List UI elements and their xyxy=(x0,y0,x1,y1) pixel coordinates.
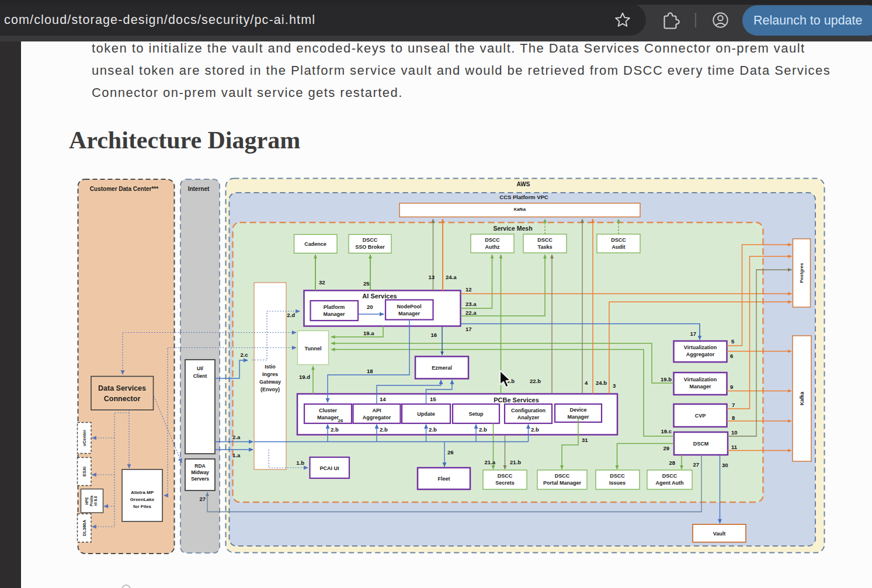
svg-text:28: 28 xyxy=(669,460,675,466)
svg-text:AWS: AWS xyxy=(517,181,530,187)
svg-text:27: 27 xyxy=(199,496,206,502)
svg-text:Portal Manager: Portal Manager xyxy=(543,480,582,486)
svg-text:15: 15 xyxy=(430,396,436,402)
svg-text:26: 26 xyxy=(338,418,343,423)
svg-text:9: 9 xyxy=(730,384,733,390)
svg-text:2.b: 2.b xyxy=(429,426,437,433)
svg-text:DSCC: DSCC xyxy=(662,473,678,479)
svg-text:(Envoy): (Envoy) xyxy=(260,387,280,392)
svg-text:DSCC: DSCC xyxy=(363,237,378,243)
svg-text:2.b: 2.b xyxy=(531,426,539,433)
svg-text:Gateway: Gateway xyxy=(259,379,281,385)
svg-text:17: 17 xyxy=(465,326,472,332)
svg-text:Analyzer: Analyzer xyxy=(517,415,540,420)
svg-text:2.c: 2.c xyxy=(240,352,248,358)
svg-text:DSCC: DSCC xyxy=(537,237,553,243)
svg-text:22.a: 22.a xyxy=(465,309,477,316)
svg-text:DSCC: DSCC xyxy=(498,473,513,479)
svg-text:Update: Update xyxy=(417,411,435,417)
svg-text:2.a: 2.a xyxy=(232,434,241,440)
svg-text:11: 11 xyxy=(731,444,738,450)
svg-text:Manager: Manager xyxy=(317,415,339,420)
svg-text:Secrets: Secrets xyxy=(495,480,515,486)
svg-text:Agent Auth: Agent Auth xyxy=(655,480,683,486)
svg-text:30: 30 xyxy=(722,462,728,468)
svg-text:Ingres: Ingres xyxy=(262,371,278,377)
svg-text:Aggregator: Aggregator xyxy=(363,415,391,420)
svg-text:Aggregator: Aggregator xyxy=(686,352,715,357)
svg-text:10: 10 xyxy=(731,429,738,436)
svg-text:Authz: Authz xyxy=(485,244,500,250)
svg-text:26: 26 xyxy=(447,449,454,455)
svg-text:22.b: 22.b xyxy=(530,378,541,384)
svg-text:Vault: Vault xyxy=(713,531,726,537)
svg-text:4: 4 xyxy=(585,380,588,386)
svg-text:PCBe Services: PCBe Services xyxy=(494,396,539,403)
svg-text:Servers: Servers xyxy=(191,476,209,482)
svg-text:Cluster: Cluster xyxy=(319,408,338,413)
svg-text:32: 32 xyxy=(319,279,325,286)
svg-text:Audit: Audit xyxy=(612,244,626,250)
svg-text:vCenter: vCenter xyxy=(82,430,87,446)
svg-text:19.d: 19.d xyxy=(299,374,310,380)
svg-text:Customer Data Center***: Customer Data Center*** xyxy=(90,186,158,192)
svg-text:Tasks: Tasks xyxy=(538,244,553,250)
svg-text:16: 16 xyxy=(430,332,437,338)
svg-text:DSCM: DSCM xyxy=(693,441,709,447)
svg-text:31: 31 xyxy=(582,437,588,443)
svg-text:6: 6 xyxy=(730,353,733,359)
svg-text:1.b: 1.b xyxy=(296,460,304,466)
svg-text:CVP: CVP xyxy=(695,413,706,419)
svg-text:ESXi: ESXi xyxy=(82,467,87,476)
svg-text:2.b: 2.b xyxy=(479,426,487,433)
svg-text:Kafka: Kafka xyxy=(514,207,526,212)
svg-text:DSCC: DSCC xyxy=(555,473,570,479)
svg-text:Tunnel: Tunnel xyxy=(305,346,322,352)
svg-text:2.d: 2.d xyxy=(287,312,295,318)
svg-text:2.b: 2.b xyxy=(380,426,388,433)
svg-text:Prolia: Prolia xyxy=(89,496,93,506)
svg-text:21.a: 21.a xyxy=(485,459,496,465)
svg-text:PCAI UI: PCAI UI xyxy=(319,465,339,471)
svg-text:SSO Broker: SSO Broker xyxy=(355,244,385,250)
svg-text:1.a: 1.a xyxy=(232,452,241,458)
svg-text:Service Mesh: Service Mesh xyxy=(493,225,532,232)
svg-text:12: 12 xyxy=(465,286,472,293)
svg-text:DSCC: DSCC xyxy=(485,237,500,243)
svg-text:21.b: 21.b xyxy=(510,459,521,465)
svg-text:Configuration: Configuration xyxy=(511,408,546,413)
svg-text:3: 3 xyxy=(613,382,616,389)
svg-text:19.b: 19.b xyxy=(661,376,672,382)
svg-text:27: 27 xyxy=(693,461,699,468)
svg-text:Virtualization: Virtualization xyxy=(684,377,717,382)
svg-text:Data Services: Data Services xyxy=(98,384,146,392)
svg-text:Kafka: Kafka xyxy=(799,392,805,405)
svg-text:5: 5 xyxy=(731,338,735,345)
svg-text:Manager: Manager xyxy=(398,311,421,316)
svg-text:Fleet: Fleet xyxy=(437,476,450,482)
svg-text:19.a: 19.a xyxy=(363,330,374,336)
svg-text:Virtualization: Virtualization xyxy=(684,345,717,350)
svg-text:RDA: RDA xyxy=(194,463,205,469)
svg-text:CCS Platform VPC: CCS Platform VPC xyxy=(499,194,548,200)
svg-text:7: 7 xyxy=(732,402,735,408)
svg-text:Platform: Platform xyxy=(324,304,345,310)
svg-text:Internet: Internet xyxy=(188,186,210,192)
svg-text:DSCC: DSCC xyxy=(611,237,626,243)
svg-text:29: 29 xyxy=(663,445,669,451)
svg-text:Manager: Manager xyxy=(567,414,589,420)
svg-text:23.a: 23.a xyxy=(465,301,477,307)
svg-text:Alletra MP: Alletra MP xyxy=(131,490,154,495)
svg-text:24.a: 24.a xyxy=(446,274,457,280)
svg-text:UI/: UI/ xyxy=(197,366,204,371)
svg-text:DL380A: DL380A xyxy=(82,519,87,536)
svg-text:13: 13 xyxy=(428,274,435,280)
svg-text:for Files: for Files xyxy=(133,504,152,509)
svg-text:18: 18 xyxy=(367,368,373,374)
svg-text:2.b: 2.b xyxy=(331,426,339,433)
svg-text:GreenLake: GreenLake xyxy=(130,497,155,502)
svg-text:24.b: 24.b xyxy=(596,380,607,386)
svg-text:Midway: Midway xyxy=(191,469,209,475)
svg-text:25: 25 xyxy=(363,280,370,287)
svg-text:Postgres: Postgres xyxy=(799,263,804,283)
